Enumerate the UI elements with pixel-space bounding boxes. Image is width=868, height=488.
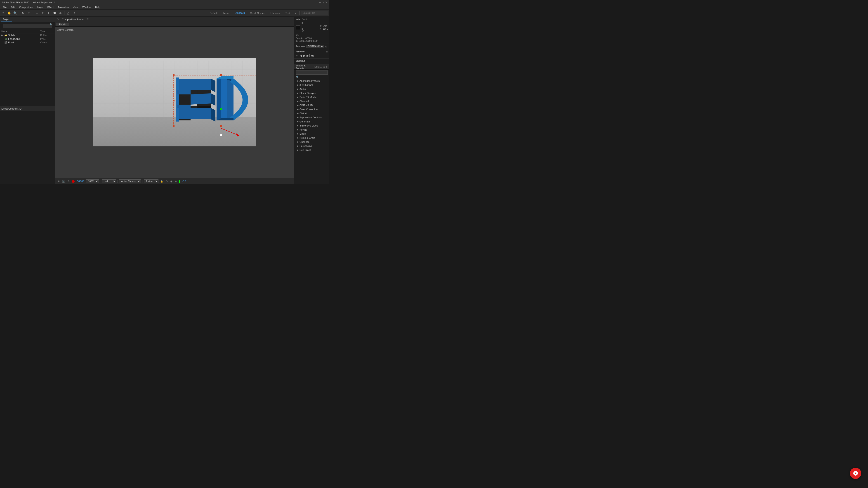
workspace-learn[interactable]: Learn	[221, 11, 231, 15]
toolbar: ↖ ✋ 🔍 ↻ ⊞ ▭ ✏ T ⬟ ⊛ △ ✦ Default Learn St…	[0, 9, 329, 17]
menu-layer[interactable]: Layer	[35, 5, 45, 9]
preview-skip-fwd[interactable]: ⏭	[311, 54, 314, 57]
tool-brush[interactable]: ⬟	[52, 11, 57, 15]
preview-skip-back[interactable]: ⏮	[296, 54, 299, 57]
fx-item-distort[interactable]: ▶ Distort	[294, 111, 329, 116]
fx-item-channel[interactable]: ▶ Channel	[294, 99, 329, 103]
tool-rect[interactable]: ▭	[34, 11, 39, 15]
tool-shape[interactable]: △	[66, 11, 71, 15]
viewer-sep-3	[142, 180, 143, 183]
fx-item-expression-controls[interactable]: ▶ Expression Controls	[294, 116, 329, 120]
menu-animation[interactable]: Animation	[56, 5, 70, 9]
preview-step-back[interactable]: ◀	[300, 54, 302, 57]
menu-effect[interactable]: Effect	[45, 5, 55, 9]
tool-rotate[interactable]: ↻	[21, 11, 26, 15]
tool-text[interactable]: T	[46, 11, 51, 15]
fx-arrow-icon: ▶	[297, 129, 299, 131]
viewer-alpha-btn[interactable]: ◑	[169, 180, 174, 183]
tool-zoom[interactable]: 🔍	[13, 11, 18, 15]
viewer-zoom-select[interactable]: 100% 50% 200%	[86, 180, 99, 183]
tab-audio[interactable]: Audio	[302, 18, 308, 21]
tool-clone[interactable]: ⊛	[58, 11, 63, 15]
viewer-render-btn[interactable]: ⬡	[165, 180, 168, 183]
workspace-small-screen[interactable]: Small Screen	[248, 11, 267, 15]
fx-item-audio[interactable]: ▶ Audio	[294, 87, 329, 91]
effects-presets-panel: Effects & Presets Librar... ≡ » 🔍 ▶ Anim…	[294, 64, 329, 184]
expand-icon: ▶	[1, 34, 4, 36]
fx-item-animation-presets[interactable]: ▶ Animation Presets	[294, 79, 329, 83]
project-search-input[interactable]	[3, 24, 52, 28]
fx-item-color-correction[interactable]: ▶ Color Correction	[294, 107, 329, 111]
menu-file[interactable]: File	[1, 5, 8, 9]
fx-tab-effects[interactable]: Effects & Presets	[296, 64, 313, 70]
close-button[interactable]: ✕	[325, 1, 327, 4]
comp-menu-icon[interactable]: ☰	[87, 18, 89, 21]
x-coord: X: -229	[320, 25, 328, 28]
tab-project[interactable]: Project	[1, 18, 12, 22]
window-controls[interactable]: ─ □ ✕	[319, 1, 327, 4]
tool-select[interactable]: ↖	[1, 11, 6, 15]
fx-item-immersive-video[interactable]: ▶ Immersive Video	[294, 124, 329, 128]
fx-arrow-icon: ▶	[297, 125, 299, 127]
project-item-fondo-comp[interactable]: 🎬 Fondo Comp	[0, 41, 55, 44]
menu-help[interactable]: Help	[93, 5, 102, 9]
viewer-quality-select[interactable]: Half Full Quarter	[102, 180, 116, 183]
maximize-button[interactable]: □	[322, 1, 324, 4]
fx-search-input[interactable]	[296, 70, 328, 74]
menu-window[interactable]: Window	[81, 5, 93, 9]
fx-label: Blur & Sharpen	[300, 92, 316, 94]
viewer-grid-btn[interactable]: ⊞	[57, 180, 60, 183]
fx-item-cinema4d[interactable]: ▶ CINEMA 4D	[294, 103, 329, 107]
fx-expand-icon[interactable]: »	[326, 65, 328, 68]
tab-info[interactable]: Info	[296, 18, 300, 21]
fx-item-blur-sharpen[interactable]: ▶ Blur & Sharpen	[294, 91, 329, 95]
fx-item-perspective[interactable]: ▶ Perspective	[294, 144, 329, 148]
viewer-lock-btn[interactable]: 🔒	[159, 180, 164, 183]
workspace-default[interactable]: Default	[208, 11, 220, 15]
fx-item-matte[interactable]: ▶ Matte	[294, 132, 329, 136]
preview-step-fwd[interactable]: ▶|	[307, 54, 310, 57]
renderer-settings-icon[interactable]: ⚙	[325, 45, 327, 48]
minimize-button[interactable]: ─	[319, 1, 321, 4]
workspace-more[interactable]: »	[293, 11, 298, 15]
item-type: PNG	[40, 37, 54, 40]
fx-arrow-icon: ▶	[297, 84, 299, 86]
fx-item-boris-fx[interactable]: ▶ Boris FX Mocha	[294, 95, 329, 99]
viewer-camera-select[interactable]: Active Camera	[119, 180, 141, 183]
project-item-solids[interactable]: ▶ 📁 Solids Folder	[0, 33, 55, 37]
tool-puppet[interactable]: ✦	[72, 11, 76, 15]
fx-menu-icon[interactable]: ≡	[323, 65, 325, 68]
fx-item-generate[interactable]: ▶ Generate	[294, 120, 329, 124]
menu-composition[interactable]: Composition	[18, 5, 35, 9]
menu-edit[interactable]: Edit	[9, 5, 17, 9]
fx-item-red-giant[interactable]: ▶ Red Giant	[294, 148, 329, 152]
viewer-camera-btn[interactable]: 📷	[61, 180, 66, 183]
viewer-sync-btn[interactable]: ⟳	[174, 180, 178, 183]
project-item-fondo-png[interactable]: 🖼 Fondo.png PNG	[0, 37, 55, 41]
color-swatch-row: R G B A 0	[296, 22, 328, 33]
tab-composition[interactable]: Composition Fondo	[60, 18, 85, 21]
viewer-layout-select[interactable]: 1 View 2 Views	[144, 180, 158, 183]
fx-item-keying[interactable]: ▶ Keying	[294, 128, 329, 132]
tool-hand[interactable]: ✋	[7, 11, 12, 15]
preview-menu-icon[interactable]: ☰	[326, 51, 328, 53]
workspace-test[interactable]: Test	[283, 11, 292, 15]
fx-label: Audio	[300, 88, 306, 90]
preview-section: Preview ☰ ⏮ ◀ ▶ ▶| ⏭	[294, 49, 329, 59]
workspace-libraries[interactable]: Libraries	[268, 11, 282, 15]
fx-tab-library[interactable]: Librar...	[314, 66, 322, 68]
fx-item-obsolete[interactable]: ▶ Obsolete	[294, 140, 329, 144]
viewer-settings-btn[interactable]: ⚙	[67, 180, 70, 183]
preview-play[interactable]: ▶	[303, 54, 306, 57]
renderer-select[interactable]: CINEMA 4D	[307, 45, 324, 48]
fx-item-noise-grain[interactable]: ▶ Noise & Grain	[294, 136, 329, 140]
fx-arrow-icon: ▶	[297, 137, 299, 139]
menu-view[interactable]: View	[71, 5, 80, 9]
tool-pen[interactable]: ✏	[40, 11, 45, 15]
workspace-standard[interactable]: Standard	[232, 11, 247, 15]
viewer-tab-fondo[interactable]: Fondo	[56, 23, 69, 26]
info-g-row: G	[302, 25, 304, 27]
tool-camera[interactable]: ⊞	[26, 11, 31, 15]
fx-item-3d-channel[interactable]: ▶ 3D Channel	[294, 83, 329, 87]
search-help-input[interactable]	[301, 11, 328, 15]
